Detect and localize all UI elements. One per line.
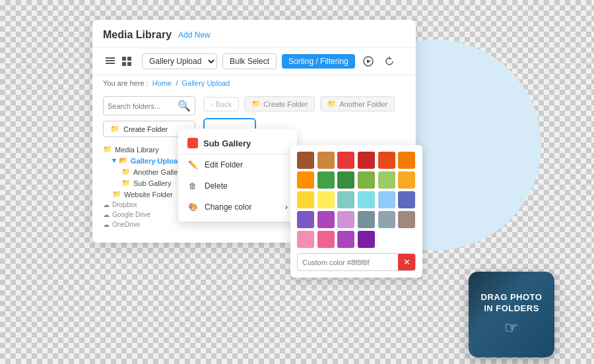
play-icon[interactable] (360, 53, 376, 69)
svg-rect-5 (122, 62, 126, 66)
list-view-icon[interactable] (103, 54, 117, 69)
color-swatch[interactable] (358, 231, 375, 248)
edit-folder-menu-item[interactable]: ✏️ Edit Folder (178, 154, 297, 175)
folder-open-icon: 📂 (119, 156, 128, 165)
refresh-icon[interactable] (381, 53, 397, 69)
svg-rect-6 (127, 62, 131, 66)
cloud-icon-2: ☁ (103, 211, 110, 218)
color-swatch[interactable] (378, 211, 395, 228)
svg-rect-1 (106, 60, 115, 61)
svg-rect-0 (106, 57, 115, 59)
folder-nav: ‹ Back 📁 Create Folder 📁 Another Folder (203, 96, 405, 111)
color-swatch[interactable] (297, 231, 314, 248)
palette-icon: 🎨 (187, 202, 198, 212)
color-swatch[interactable] (378, 191, 395, 208)
folder-nav-icon: 📁 (251, 100, 261, 108)
change-color-menu-item[interactable]: 🎨 Change color › (178, 197, 297, 218)
color-swatch[interactable] (317, 152, 335, 169)
panel-header: Media Library Add New (92, 20, 416, 48)
bulk-select-button[interactable]: Bulk Select (222, 53, 277, 69)
color-swatch[interactable] (297, 211, 314, 228)
arrow-right-icon: › (285, 202, 288, 212)
color-swatch[interactable] (337, 191, 354, 208)
color-swatch[interactable] (358, 211, 375, 228)
back-button[interactable]: ‹ Back (203, 97, 239, 111)
search-box: 🔍 (103, 96, 195, 115)
folder-nav-icon-2: 📁 (327, 100, 337, 108)
color-swatch[interactable] (378, 171, 395, 189)
breadcrumb-home[interactable]: Home (152, 79, 172, 87)
color-swatch[interactable] (337, 231, 354, 248)
folder-small-icon: 📁 (121, 167, 131, 176)
color-swatch[interactable] (337, 152, 354, 169)
color-swatch[interactable] (398, 211, 415, 228)
color-swatch[interactable] (398, 152, 415, 169)
folder-small-icon-2: 📁 (121, 179, 131, 187)
context-menu-folder-name: Sub Gallery (203, 138, 251, 148)
toolbar: Gallery Upload Bulk Select Sorting / Fil… (92, 48, 416, 75)
svg-rect-2 (106, 63, 115, 64)
svg-rect-4 (127, 57, 131, 61)
context-menu: Sub Gallery ✏️ Edit Folder 🗑 Delete 🎨 Ch… (178, 129, 297, 222)
color-swatch[interactable] (297, 152, 314, 169)
search-input[interactable] (108, 102, 175, 110)
grid-view-icon[interactable] (119, 54, 134, 69)
custom-color-field[interactable] (298, 255, 398, 270)
svg-rect-3 (122, 57, 126, 61)
color-swatch[interactable] (358, 191, 375, 208)
folder-icon: 📁 (110, 125, 119, 133)
color-swatch[interactable] (337, 171, 354, 189)
color-swatch[interactable] (297, 171, 314, 189)
search-icon: 🔍 (178, 100, 191, 112)
folder-web-icon: 📁 (112, 190, 121, 198)
cloud-icon-3: ☁ (103, 221, 110, 228)
add-new-button[interactable]: Add New (178, 30, 211, 40)
context-menu-header: Sub Gallery (178, 133, 297, 154)
drag-photo-text: DRAG PHOTO IN FOLDERS (481, 292, 543, 315)
breadcrumb: You are here : Home / Gallery Upload (92, 75, 416, 91)
color-swatch[interactable] (398, 171, 415, 189)
drag-photo-bg: DRAG PHOTO IN FOLDERS ☞ (469, 272, 554, 357)
color-swatch[interactable] (358, 152, 375, 169)
color-swatch[interactable] (358, 171, 375, 189)
change-color-left: 🎨 Change color (187, 202, 251, 212)
color-picker-panel: ✕ (290, 145, 422, 278)
caret-icon: ▾ (112, 156, 116, 165)
color-swatch[interactable] (317, 231, 335, 248)
svg-marker-8 (367, 59, 371, 63)
cloud-icon-1: ☁ (103, 201, 110, 208)
another-folder-button[interactable]: 📁 Another Folder (320, 96, 395, 111)
folder-color-dot (187, 138, 198, 148)
drag-photo-overlay[interactable]: DRAG PHOTO IN FOLDERS ☞ (469, 272, 554, 357)
color-swatch[interactable] (398, 191, 415, 208)
hand-icon: ☞ (504, 318, 519, 337)
color-swatch[interactable] (317, 171, 335, 189)
color-swatch[interactable] (297, 191, 314, 208)
color-grid (297, 152, 416, 248)
color-swatch[interactable] (337, 211, 354, 228)
sorting-button[interactable]: Sorting / Filtering (282, 54, 355, 69)
clear-color-button[interactable]: ✕ (398, 254, 416, 270)
gallery-select[interactable]: Gallery Upload (142, 53, 217, 69)
color-swatch[interactable] (317, 191, 335, 208)
chevron-left-icon: ‹ (211, 100, 213, 108)
folder-closed-icon: 📁 (103, 145, 112, 154)
custom-color-input: ✕ (297, 253, 416, 271)
edit-icon: ✏️ (187, 160, 198, 170)
panel-title: Media Library (103, 29, 172, 41)
create-folder-nav-button[interactable]: 📁 Create Folder (244, 96, 315, 111)
color-swatch[interactable] (317, 211, 335, 228)
delete-menu-item[interactable]: 🗑 Delete (178, 175, 297, 197)
trash-icon: 🗑 (187, 181, 198, 191)
color-swatch[interactable] (378, 152, 395, 169)
breadcrumb-current[interactable]: Gallery Upload (182, 79, 230, 87)
view-icons (103, 54, 134, 69)
